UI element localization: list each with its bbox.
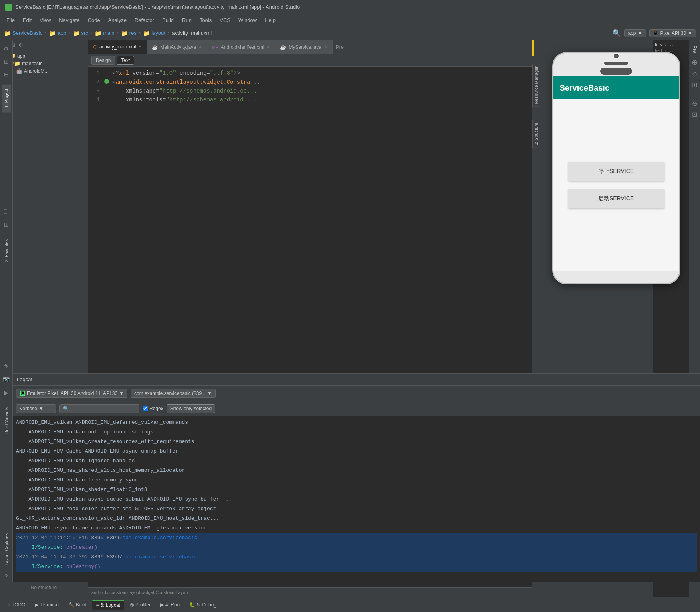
folder-icon-2: 📁 [49,30,56,36]
favorites-icon[interactable]: ⊞ [4,219,9,230]
tab-close-3[interactable]: ✕ [266,44,270,50]
pre-tab-label[interactable]: Pre [333,44,347,50]
breadcrumb-src[interactable]: 📁 src [73,30,88,36]
diamond-icon[interactable]: ◇ [692,70,697,78]
tab-main-activity[interactable]: ☕ MainActivity.java ✕ [147,40,207,54]
breakpoint-1 [104,79,109,84]
tab-bar: ⬡ activity_main.xml ✕ ☕ MainActivity.jav… [88,40,532,54]
menu-refactor[interactable]: Refactor [131,16,157,25]
status-tab-terminal[interactable]: ▶ Terminal [31,600,62,609]
status-tab-profiler[interactable]: ◎ Profiler [126,600,155,609]
tree-item-app[interactable]: ▾📁 app [0,52,88,60]
start-service-button[interactable]: 启动SERVICE [568,189,664,208]
tree-item-androidm[interactable]: 🤖 AndroidM... [0,67,88,75]
structure-tab[interactable]: 2: Structure [532,120,540,148]
log-line-7: ANDROID_EMU_vulkan_shader_float16_int8 [88,485,532,495]
show-only-selected-btn[interactable]: Show only selected [167,404,215,413]
logcat-search-input[interactable] [88,406,136,411]
play-icon[interactable]: ▶ [4,387,8,398]
resource-manager-tab[interactable]: Resource Manager [532,64,540,107]
pixel-selector[interactable]: 📱 Pixel API 30 ▼ [649,29,696,37]
menu-build[interactable]: Build [159,16,177,25]
status-tab-todo[interactable]: ≡ TODO [3,600,29,609]
camera-icon[interactable]: 📷 [3,373,10,385]
menu-edit[interactable]: Edit [20,16,35,25]
search-toolbar-icon[interactable]: 🔍 [612,29,621,38]
tree-item-manifests[interactable]: ▾📁 manifests [0,60,88,67]
bottom-breadcrumb: androidx.constraintlayout.widget.Constra… [88,587,532,597]
logcat-package-select[interactable]: com.example.servicebasic (839... ▼ [131,389,216,398]
settings-icon[interactable]: ⚙ [4,43,9,54]
regex-label: Regex [149,406,163,411]
menu-view[interactable]: View [36,16,54,25]
terminal-icon: ▶ [35,602,38,608]
breadcrumb-servicebasic[interactable]: 📁 ServiceBasic [4,30,42,36]
yellow-accent [532,40,534,56]
device-selector[interactable]: app ▼ [624,29,646,37]
logcat-filter-toolbar: Verbose ▼ 🔍 Regex Show only selected [88,401,532,416]
vtab-build-variants[interactable]: Build Variants [2,402,11,439]
breadcrumb-layout[interactable]: 📁 layout [143,30,165,36]
log-line-13: I/Service: onCreate() [88,543,532,552]
menu-code[interactable]: Code [85,16,103,25]
status-tab-logcat[interactable]: ≡ 6: Logcat [92,600,124,610]
log-line-3: ANDROID_EMU_YUV_Cache ANDROID_EMU_async_… [88,447,532,456]
device-dropdown-icon: ▼ [119,391,124,396]
expand-icon[interactable]: ⊞ [4,56,9,67]
aspect-icon[interactable]: ⊡ [692,111,697,118]
regex-checkbox-input[interactable] [143,406,148,411]
structure-icon[interactable]: ⬚ [4,205,9,217]
logcat-search-box[interactable]: 🔍 [88,404,139,413]
settings-panel-icon[interactable]: ⚙ [18,41,24,49]
tab-close-1[interactable]: ✕ [138,44,142,49]
stop-service-button[interactable]: 停止SERVICE [568,162,664,181]
log-line-15: I/Service: onDestroy() [88,562,532,572]
zoom-in-icon[interactable]: ⊕ [692,58,698,67]
breadcrumb-main[interactable]: 📁 main [95,30,114,36]
menu-help[interactable]: Help [262,16,279,25]
layout-icon[interactable]: ⊞ [692,81,697,89]
status-tab-debug[interactable]: 🐛 5: Debug [185,600,220,609]
menu-navigate[interactable]: Navigate [56,16,83,25]
question-icon[interactable]: ? [5,571,8,582]
mf-icon-1: MF [212,45,218,50]
vtab-project[interactable]: 1: Project [2,84,11,112]
text-btn[interactable]: Text [117,56,134,65]
folder-icon-5: 📁 [121,30,128,36]
menu-vcs[interactable]: VCS [216,16,234,25]
menu-tools[interactable]: Tools [196,16,215,25]
logcat-regex-checkbox[interactable]: Regex [143,406,163,411]
logcat-device-select[interactable]: ▣ Emulator Pixel_API_30 Android 11, API … [88,389,127,398]
status-tab-build[interactable]: 🔨 Build [64,600,91,609]
logcat-panel: Logcat ▣ Emulator Pixel_API_30 Android 1… [88,373,532,582]
breadcrumb-app[interactable]: 📁 app [49,30,66,36]
status-bar: ≡ TODO ▶ Terminal 🔨 Build ≡ 6: Logcat ◎ … [0,597,700,612]
status-tab-run[interactable]: ▶ 4: Run [156,600,184,609]
log-line-6: ANDROID_EMU_vulkan_free_memory_sync [88,475,532,485]
logcat-content[interactable]: ANDROID_EMU_vulkan ANDROID_EMU_deferred_… [88,416,532,582]
breadcrumb-res[interactable]: 📁 res [121,30,137,36]
folder-icon-4: 📁 [95,30,101,36]
build-icon: 🔨 [68,602,74,608]
design-btn[interactable]: Design [91,56,115,65]
todo-icon: ≡ [7,602,10,608]
menu-bar: File Edit View Navigate Code Analyze Ref… [0,14,700,26]
menu-run[interactable]: Run [179,16,195,25]
collapse-icon[interactable]: ⊟ [4,69,9,80]
menu-window[interactable]: Window [235,16,260,25]
menu-file[interactable]: File [3,16,18,25]
build-variants-icon[interactable]: ◈ [4,360,8,371]
zoom-out-icon[interactable]: ⊖ [692,100,697,107]
vtab-favorites[interactable]: 2: Favorites [2,234,11,267]
right-toolbar: 🔍 app ▼ 📱 Pixel API 30 ▼ [612,29,696,38]
tab-close-2[interactable]: ✕ [198,44,202,50]
tab-activity-main[interactable]: ⬡ activity_main.xml ✕ [88,40,147,54]
breadcrumb-file: activity_main.xml [172,30,212,36]
menu-analyze[interactable]: Analyze [105,16,130,25]
tab-my-service[interactable]: ☕ MyService.java ✕ [275,40,332,54]
tab-close-4[interactable]: ✕ [324,44,327,50]
minimize-icon[interactable]: − [26,41,30,49]
tab-android-manifest[interactable]: MF AndroidManifest.xml ✕ [207,40,276,54]
phone-bottom-bar [553,271,679,283]
vtab-layout-captures[interactable]: Layout Captures [2,528,11,570]
